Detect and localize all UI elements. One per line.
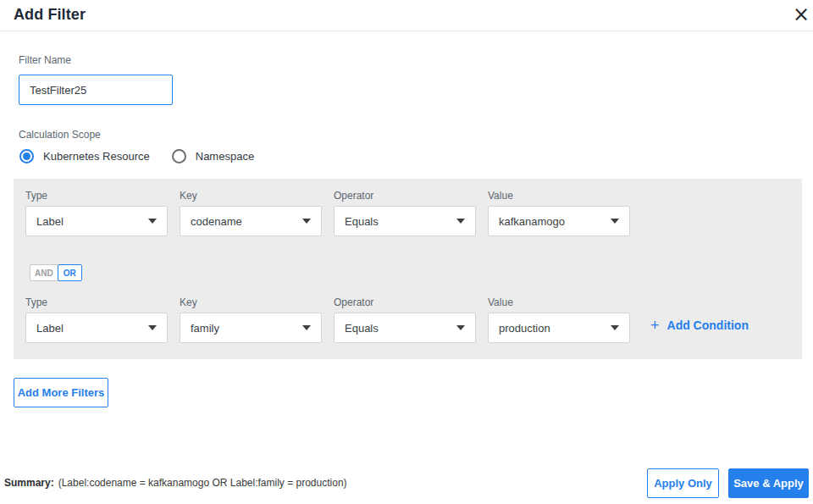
chevron-down-icon bbox=[148, 219, 157, 224]
radio-label: Namespace bbox=[196, 150, 254, 163]
type-label: Type bbox=[25, 297, 168, 307]
condition2-operator-dropdown[interactable]: Equals bbox=[334, 313, 476, 343]
add-condition-link[interactable]: + Add Condition bbox=[650, 318, 749, 333]
dropdown-value: Equals bbox=[345, 215, 379, 228]
radio-selected-icon bbox=[19, 149, 34, 163]
condition2-key-field: Key family bbox=[180, 297, 322, 343]
condition2-value-field: Value production bbox=[488, 297, 630, 343]
radio-label: Kubernetes Resource bbox=[43, 150, 150, 163]
chevron-down-icon bbox=[456, 325, 465, 330]
dropdown-value: Label bbox=[36, 215, 64, 228]
header-divider bbox=[0, 30, 813, 31]
dropdown-value: Equals bbox=[345, 322, 379, 335]
operator-label: Operator bbox=[334, 297, 476, 307]
calculation-scope-radio-group: Kubernetes Resource Namespace bbox=[19, 149, 254, 163]
condition1-value-field: Value kafkanamogo bbox=[488, 191, 630, 236]
condition1-operator-dropdown[interactable]: Equals bbox=[334, 206, 476, 236]
or-toggle-button[interactable]: OR bbox=[58, 264, 82, 281]
chevron-down-icon bbox=[611, 325, 619, 330]
dropdown-value: codename bbox=[191, 215, 242, 228]
filter-name-label: Filter Name bbox=[19, 54, 71, 66]
chevron-down-icon bbox=[611, 219, 619, 224]
add-filter-dialog: Add Filter × Filter Name Calculation Sco… bbox=[0, 0, 813, 504]
condition2-value-dropdown[interactable]: production bbox=[488, 313, 630, 343]
radio-kubernetes-resource[interactable]: Kubernetes Resource bbox=[19, 149, 150, 163]
plus-icon: + bbox=[650, 318, 660, 333]
dropdown-value: family bbox=[191, 322, 219, 335]
radio-namespace[interactable]: Namespace bbox=[172, 149, 254, 163]
summary: Summary:(Label:codename = kafkanamogo OR… bbox=[4, 477, 347, 489]
type-label: Type bbox=[25, 191, 168, 201]
add-more-filters-button[interactable]: Add More Filters bbox=[14, 378, 108, 407]
page-title: Add Filter bbox=[14, 6, 86, 24]
condition1-type-dropdown[interactable]: Label bbox=[25, 206, 168, 236]
dropdown-value: production bbox=[499, 322, 550, 335]
add-condition-label: Add Condition bbox=[667, 318, 749, 332]
key-label: Key bbox=[180, 297, 322, 307]
logic-toggle: AND OR bbox=[30, 264, 82, 281]
value-label: Value bbox=[488, 191, 630, 201]
dropdown-value: kafkanamogo bbox=[499, 215, 565, 228]
save-apply-button[interactable]: Save & Apply bbox=[728, 468, 809, 498]
chevron-down-icon bbox=[302, 219, 311, 224]
condition1-key-field: Key codename bbox=[180, 191, 322, 236]
condition1-type-field: Type Label bbox=[25, 191, 168, 236]
dropdown-value: Label bbox=[36, 322, 64, 335]
key-label: Key bbox=[180, 191, 322, 201]
operator-label: Operator bbox=[334, 191, 476, 201]
condition2-type-field: Type Label bbox=[25, 297, 168, 343]
radio-dot bbox=[23, 152, 30, 160]
condition1-operator-field: Operator Equals bbox=[334, 191, 476, 236]
filter-name-input[interactable] bbox=[19, 75, 173, 105]
condition1-key-dropdown[interactable]: codename bbox=[180, 206, 322, 236]
chevron-down-icon bbox=[148, 325, 157, 330]
summary-label: Summary: bbox=[4, 477, 54, 489]
condition2-operator-field: Operator Equals bbox=[334, 297, 476, 343]
radio-unselected-icon bbox=[172, 149, 186, 163]
value-label: Value bbox=[488, 297, 630, 307]
conditions-panel: Type Label Key codename Operator Equals … bbox=[14, 179, 802, 359]
condition2-type-dropdown[interactable]: Label bbox=[25, 313, 168, 343]
and-toggle-button[interactable]: AND bbox=[30, 264, 58, 281]
chevron-down-icon bbox=[456, 219, 465, 224]
close-icon[interactable]: × bbox=[789, 2, 813, 27]
condition1-value-dropdown[interactable]: kafkanamogo bbox=[488, 206, 630, 236]
summary-text: (Label:codename = kafkanamogo OR Label:f… bbox=[58, 477, 347, 489]
chevron-down-icon bbox=[302, 325, 311, 330]
condition2-key-dropdown[interactable]: family bbox=[180, 313, 322, 343]
calculation-scope-label: Calculation Scope bbox=[19, 129, 101, 141]
apply-only-button[interactable]: Apply Only bbox=[647, 468, 719, 498]
